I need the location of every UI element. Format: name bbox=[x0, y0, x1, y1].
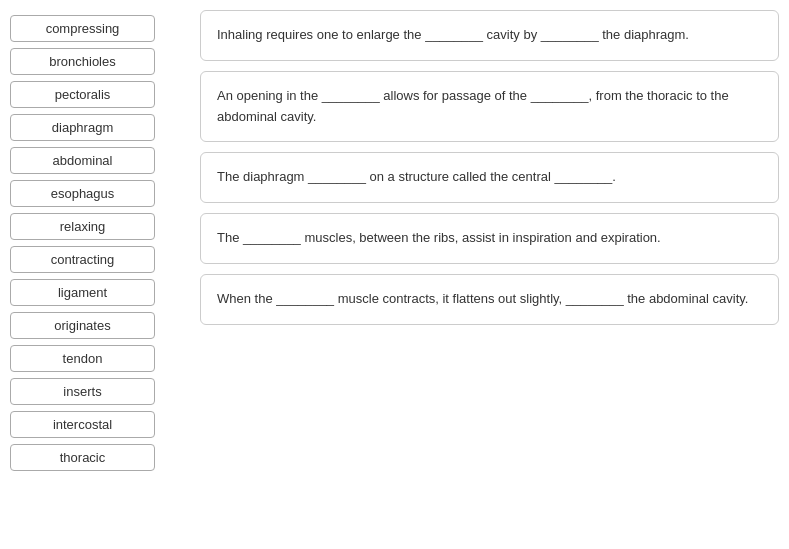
word-btn-esophagus[interactable]: esophagus bbox=[10, 180, 155, 207]
word-btn-compressing[interactable]: compressing bbox=[10, 15, 155, 42]
word-btn-abdominal[interactable]: abdominal bbox=[10, 147, 155, 174]
question-card-3: The diaphragm ________ on a structure ca… bbox=[200, 152, 779, 203]
question-card-5: When the ________ muscle contracts, it f… bbox=[200, 274, 779, 325]
word-btn-diaphragm[interactable]: diaphragm bbox=[10, 114, 155, 141]
word-btn-bronchioles[interactable]: bronchioles bbox=[10, 48, 155, 75]
word-btn-contracting[interactable]: contracting bbox=[10, 246, 155, 273]
question-card-1: Inhaling requires one to enlarge the ___… bbox=[200, 10, 779, 61]
word-bank: compressingbronchiolespectoralisdiaphrag… bbox=[10, 10, 185, 539]
question-card-4: The ________ muscles, between the ribs, … bbox=[200, 213, 779, 264]
word-btn-relaxing[interactable]: relaxing bbox=[10, 213, 155, 240]
word-btn-tendon[interactable]: tendon bbox=[10, 345, 155, 372]
question-card-2: An opening in the ________ allows for pa… bbox=[200, 71, 779, 143]
word-btn-inserts[interactable]: inserts bbox=[10, 378, 155, 405]
word-btn-ligament[interactable]: ligament bbox=[10, 279, 155, 306]
word-btn-thoracic[interactable]: thoracic bbox=[10, 444, 155, 471]
word-btn-pectoralis[interactable]: pectoralis bbox=[10, 81, 155, 108]
word-btn-intercostal[interactable]: intercostal bbox=[10, 411, 155, 438]
word-btn-originates[interactable]: originates bbox=[10, 312, 155, 339]
questions-container: Inhaling requires one to enlarge the ___… bbox=[200, 10, 779, 539]
